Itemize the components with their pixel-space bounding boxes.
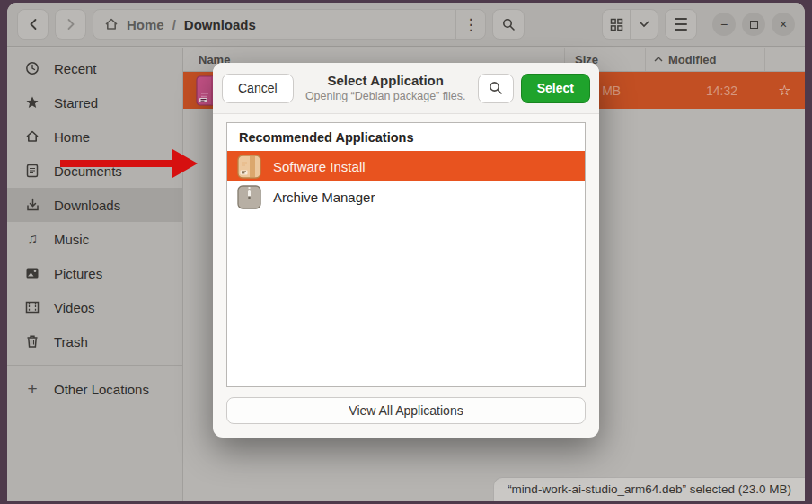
star-outline-icon[interactable]: ☆ xyxy=(764,82,805,99)
sidebar-item-label: Home xyxy=(54,129,90,145)
dialog-titles: Select Application Opening “Debian packa… xyxy=(301,73,471,103)
close-button[interactable]: × xyxy=(772,13,795,36)
app-menu-button[interactable] xyxy=(665,9,697,40)
archive-manager-icon xyxy=(237,185,261,209)
chevron-right-icon xyxy=(66,18,76,31)
minimize-button[interactable]: − xyxy=(712,13,736,36)
sidebar-separator xyxy=(7,365,182,366)
clock-icon xyxy=(24,61,40,75)
star-icon xyxy=(24,95,40,110)
download-icon xyxy=(24,198,40,212)
app-row-software-install[interactable]: Software Install xyxy=(227,151,585,181)
select-application-dialog: Cancel Select Application Opening “Debia… xyxy=(213,63,599,438)
app-name: Archive Manager xyxy=(273,190,375,205)
cancel-button[interactable]: Cancel xyxy=(222,74,294,103)
home-icon xyxy=(104,17,119,31)
arrow-shaft xyxy=(60,160,174,167)
video-icon xyxy=(24,301,40,314)
column-header-star xyxy=(764,48,805,71)
breadcrumb-current[interactable]: Downloads xyxy=(184,17,256,32)
sidebar-item-label: Other Locations xyxy=(54,382,149,397)
sidebar: Recent Starred Home Documents Downloads xyxy=(7,48,183,501)
sidebar-item-trash[interactable]: Trash xyxy=(7,324,182,358)
dialog-subtitle: Opening “Debian package” files. xyxy=(301,90,471,104)
sidebar-item-label: Music xyxy=(54,232,89,247)
status-bar: “mind-work-ai-studio_arm64.deb” selected… xyxy=(493,477,805,501)
sidebar-item-label: Pictures xyxy=(54,266,102,281)
forward-button[interactable] xyxy=(55,9,86,40)
view-all-applications-button[interactable]: View All Applications xyxy=(226,397,586,424)
view-options-button[interactable] xyxy=(602,9,658,40)
sidebar-item-starred[interactable]: Starred xyxy=(7,85,182,119)
app-row-archive-manager[interactable]: Archive Manager xyxy=(227,181,585,212)
sidebar-item-music[interactable]: ♫ Music xyxy=(7,222,182,256)
trash-icon xyxy=(24,334,40,349)
sort-ascending-icon xyxy=(654,57,663,62)
chevron-left-icon xyxy=(28,18,39,31)
sidebar-item-home[interactable]: Home xyxy=(7,119,182,154)
arrow-head-icon xyxy=(172,149,198,178)
sidebar-item-other-locations[interactable]: + Other Locations xyxy=(7,372,182,406)
software-install-icon xyxy=(237,155,261,179)
sidebar-item-recent[interactable]: Recent xyxy=(7,51,182,85)
sidebar-item-label: Trash xyxy=(54,334,88,349)
maximize-button[interactable] xyxy=(742,13,765,36)
sidebar-item-label: Starred xyxy=(54,95,98,111)
dialog-title: Select Application xyxy=(301,73,471,90)
dialog-header: Cancel Select Application Opening “Debia… xyxy=(213,63,599,114)
maximize-icon xyxy=(750,21,758,29)
document-icon xyxy=(24,164,40,178)
sidebar-item-downloads[interactable]: Downloads xyxy=(7,188,182,222)
chevron-down-icon[interactable] xyxy=(631,10,658,39)
picture-icon xyxy=(24,267,40,279)
breadcrumb[interactable]: Home / Downloads ⋮ xyxy=(93,9,486,40)
home-icon xyxy=(24,129,40,144)
search-icon xyxy=(489,81,503,95)
sidebar-item-documents[interactable]: Documents xyxy=(7,154,182,188)
back-button[interactable] xyxy=(17,9,49,40)
sidebar-item-label: Downloads xyxy=(54,198,120,213)
sidebar-item-videos[interactable]: Videos xyxy=(7,290,182,324)
titlebar: Home / Downloads ⋮ − × xyxy=(7,3,805,47)
column-header-modified[interactable]: Modified xyxy=(645,48,764,71)
grid-view-icon[interactable] xyxy=(603,10,631,39)
column-header-modified-label: Modified xyxy=(668,53,716,66)
sidebar-item-pictures[interactable]: Pictures xyxy=(7,256,182,290)
search-button[interactable] xyxy=(492,9,525,40)
breadcrumb-separator: / xyxy=(172,17,176,32)
app-name: Software Install xyxy=(273,159,366,174)
breadcrumb-home[interactable]: Home xyxy=(127,17,164,32)
plus-icon: + xyxy=(24,379,40,399)
sidebar-item-label: Videos xyxy=(54,300,95,315)
select-button[interactable]: Select xyxy=(521,74,590,103)
kebab-menu-icon[interactable]: ⋮ xyxy=(455,10,485,39)
sidebar-item-label: Recent xyxy=(54,61,97,76)
application-list: Recommended Applications Software Instal… xyxy=(226,122,586,387)
music-note-icon: ♫ xyxy=(24,231,40,247)
dialog-search-button[interactable] xyxy=(478,74,514,103)
recommended-section-header: Recommended Applications xyxy=(227,123,585,151)
file-modified: 14:32 xyxy=(645,84,764,98)
search-icon xyxy=(502,18,516,31)
